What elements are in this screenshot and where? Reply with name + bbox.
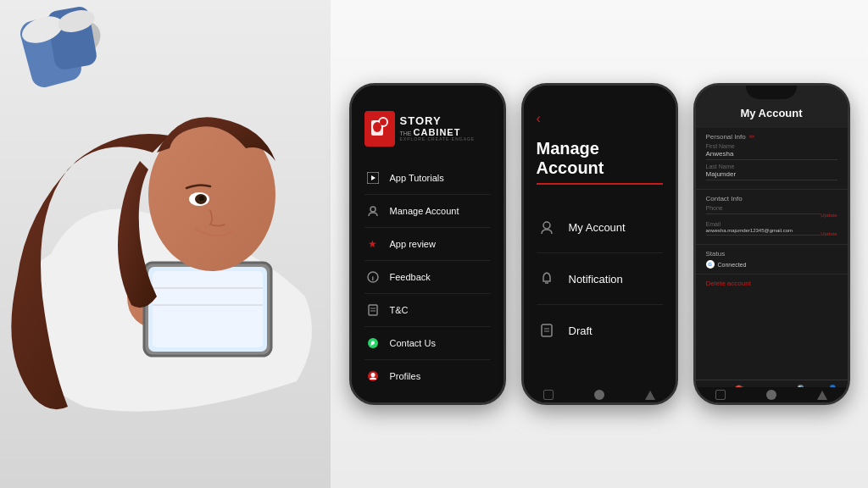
email-value: anwesha.majumder12345@gmail.com [706, 228, 821, 236]
whatsapp-icon [364, 335, 381, 352]
info-icon: i [364, 269, 381, 286]
status-label: Status [706, 250, 837, 258]
phone-manage-account: ‹ Manage Account My Account Notification [521, 83, 678, 405]
menu-item-feedback[interactable]: i Feedback [364, 261, 491, 294]
menu-label-contact: Contact Us [390, 338, 436, 348]
status-value: Connected [718, 262, 747, 268]
phones-showcase: STORY THE CABINET EXPLORE·CREATE·ENGAGE … [331, 0, 868, 488]
personal-info-section: Personal Info ✏ First Name Anwesha Last … [696, 128, 848, 190]
phone-menu: STORY THE CABINET EXPLORE·CREATE·ENGAGE … [349, 83, 506, 405]
menu-item-tnc[interactable]: T&C [364, 294, 491, 327]
menu-label-tutorials: App Tutorials [390, 173, 444, 183]
email-row: anwesha.majumder12345@gmail.com Update [706, 228, 837, 239]
back-button[interactable]: ‹ [537, 111, 663, 126]
menu-label-app-review: App review [390, 239, 436, 249]
my-account-label: My Account [569, 221, 626, 234]
my-account-icon [537, 217, 557, 237]
play-icon [364, 169, 381, 186]
android-nav-bar [524, 387, 676, 402]
notification-label: Notification [569, 273, 623, 286]
star-icon: ★ [364, 236, 381, 252]
svg-point-14 [199, 196, 204, 201]
menu-item-manage-account[interactable]: Manage Account [364, 195, 491, 228]
email-update-button[interactable]: Update [821, 231, 837, 236]
phone-value [706, 212, 821, 214]
svg-point-31 [543, 222, 550, 229]
svg-rect-33 [542, 324, 552, 336]
last-name-label: Last Name [706, 164, 837, 169]
delete-account-link[interactable]: Delete account [696, 274, 848, 292]
email-label: Email [706, 221, 837, 227]
first-name-label: First Name [706, 143, 837, 149]
manage-account-title: Manage Account [537, 139, 663, 178]
android-back-btn[interactable] [645, 391, 655, 400]
android-square-btn[interactable] [543, 390, 554, 400]
draft-icon [537, 320, 557, 341]
contact-info-label: Contact Info [706, 195, 837, 202]
menu-label-tnc: T&C [390, 305, 409, 315]
phone-label: Phone [706, 205, 837, 211]
svg-marker-21 [371, 175, 376, 180]
svg-rect-8 [153, 271, 263, 347]
logo-tagline: EXPLORE·CREATE·ENGAGE [400, 137, 476, 142]
svg-rect-25 [369, 305, 377, 315]
menu-label-feedback: Feedback [390, 272, 431, 282]
phone-my-account-detail: My Account Personal Info ✏ First Name An… [693, 83, 850, 405]
edit-icon[interactable]: ✏ [749, 133, 755, 141]
phone3-notch [746, 86, 797, 99]
menu-label-manage-account: Manage Account [390, 206, 459, 216]
account-menu-my-account[interactable]: My Account [537, 202, 663, 253]
phone-row: Update [706, 212, 837, 218]
account-menu-draft[interactable]: Draft [537, 305, 663, 356]
account-menu-notification[interactable]: Notification [537, 253, 663, 305]
google-icon: G [706, 260, 715, 269]
my-account-heading: My Account [706, 107, 837, 119]
phone-update-button[interactable]: Update [821, 213, 837, 218]
android-home-btn[interactable] [594, 390, 604, 400]
menu-item-contact[interactable]: Contact Us [364, 327, 491, 360]
status-section: Status G Connected [696, 245, 848, 274]
title-divider [537, 183, 663, 185]
svg-point-19 [373, 122, 381, 132]
notification-icon [537, 269, 557, 289]
svg-point-30 [370, 373, 375, 377]
logo-story: STORY [400, 115, 476, 127]
android-home-btn-3[interactable] [766, 390, 776, 400]
svg-text:i: i [372, 274, 374, 282]
logo-icon [364, 111, 395, 147]
menu-item-profiles[interactable]: Profiles [364, 360, 491, 392]
phone2-notch [574, 86, 625, 99]
user-icon [364, 202, 381, 219]
phone1-screen: STORY THE CABINET EXPLORE·CREATE·ENGAGE … [352, 86, 504, 402]
profiles-icon [364, 368, 381, 385]
android-back-btn-3[interactable] [817, 391, 827, 400]
phone2-screen: ‹ Manage Account My Account Notification [524, 86, 676, 402]
menu-item-app-review[interactable]: ★ App review [364, 228, 491, 261]
android-square-btn-3[interactable] [715, 390, 726, 400]
menu-item-tutorials[interactable]: App Tutorials [364, 162, 491, 195]
logo-text: STORY THE CABINET EXPLORE·CREATE·ENGAGE [400, 115, 476, 142]
menu-label-profiles: Profiles [390, 371, 421, 381]
contact-info-section: Contact Info Phone Update Email anwesha.… [696, 190, 848, 245]
svg-point-22 [370, 207, 376, 212]
phone1-notch [402, 86, 453, 99]
phone3-screen: My Account Personal Info ✏ First Name An… [696, 86, 848, 402]
app-logo: STORY THE CABINET EXPLORE·CREATE·ENGAGE [364, 111, 491, 147]
doc-icon [364, 302, 381, 319]
first-name-value: Anwesha [706, 150, 837, 160]
draft-label: Draft [569, 324, 593, 337]
background-photo [0, 0, 356, 488]
personal-info-label: Personal Info ✏ [706, 133, 837, 141]
android-nav-bar-3 [696, 387, 848, 402]
status-row: G Connected [706, 260, 837, 269]
last-name-value: Majumder [706, 170, 837, 180]
